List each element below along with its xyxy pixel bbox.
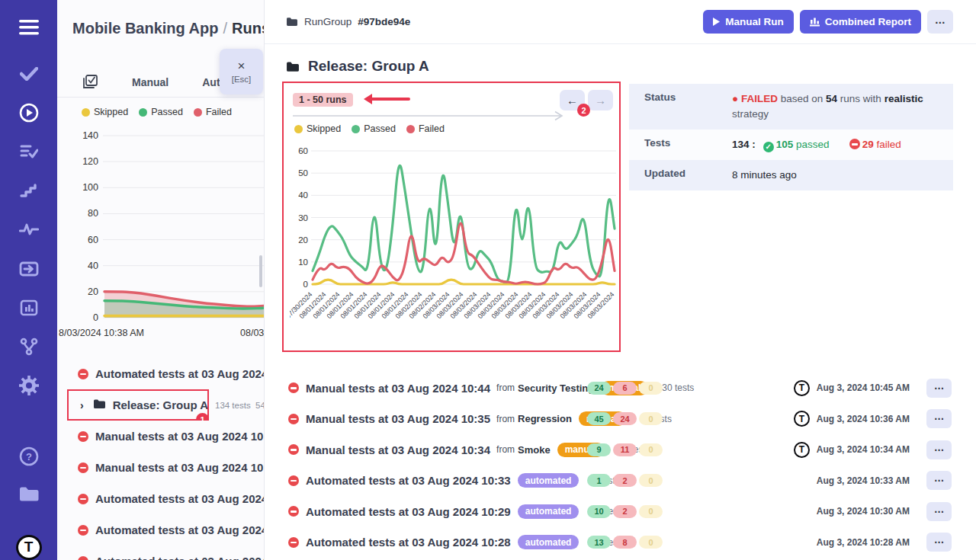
more-actions-button[interactable]: ⋯ [927, 10, 953, 34]
run-row[interactable]: Automated tests at 03 Aug 2024 10:33 aut… [265, 466, 976, 497]
run-list-item[interactable]: Manual tests at 03 Aug 2024 10:42 [57, 452, 265, 483]
chevron-right-icon[interactable]: › [80, 399, 84, 411]
steps-icon[interactable] [18, 181, 40, 201]
passed-dot-icon [352, 125, 360, 133]
tab-manual[interactable]: Manual [132, 76, 169, 88]
tests-value: 134 :✓105 passed29 failed [732, 137, 953, 152]
svg-text:20: 20 [298, 235, 308, 245]
run-row[interactable]: Manual tests at 03 Aug 2024 10:34 from S… [265, 434, 976, 466]
status-label: Status [644, 91, 732, 122]
failed-dot-icon [194, 108, 202, 117]
runs-range-arrow[interactable] [293, 110, 569, 121]
run-list-item[interactable]: Automated tests at 03 Aug 2024 [57, 546, 265, 560]
svg-text:10: 10 [298, 258, 308, 267]
svg-text:60: 60 [298, 146, 308, 155]
select-runs-icon[interactable] [82, 74, 98, 91]
x-tick-right: 08/03/2024 10:39 [240, 328, 265, 338]
run-title[interactable]: Manual tests at 03 Aug 2024 10:44 [306, 382, 490, 395]
suite-name[interactable]: Regression [518, 413, 572, 424]
failed-status-icon [78, 431, 88, 442]
breadcrumb: Mobile Banking App/Runs [72, 20, 265, 37]
rungroup-details: Status ● FAILED based on 54 runs with re… [629, 84, 953, 190]
passed-badge: 9 [587, 443, 611, 456]
row-more-button[interactable]: ⋯ [926, 502, 952, 521]
run-list-item[interactable]: Automated tests at 03 Aug 2024 10 [57, 483, 265, 514]
run-title: Release: Group A [113, 398, 208, 411]
svg-text:40: 40 [298, 190, 308, 200]
reports-icon[interactable] [18, 297, 40, 318]
gear-icon[interactable] [18, 375, 40, 395]
x-tick-left: 8/03/2024 10:38 AM [59, 328, 144, 338]
run-title: Automated tests at 03 Aug 2024 10 [95, 492, 265, 505]
play-circle-icon[interactable] [18, 102, 40, 123]
reporter-logo-icon: T [794, 411, 810, 427]
run-title[interactable]: Automated tests at 03 Aug 2024 10:28 [306, 536, 511, 549]
legend-passed-label: Passed [364, 123, 396, 134]
import-icon[interactable] [18, 258, 40, 279]
run-timestamp: Aug 3, 2024 10:36 AM [811, 414, 910, 424]
suite-name[interactable]: Smoke [518, 444, 551, 456]
combined-report-button[interactable]: Combined Report [800, 10, 921, 34]
run-title: Automated tests at 03 Aug 2024 10 [95, 367, 265, 380]
svg-text:0: 0 [303, 280, 308, 289]
help-icon[interactable]: ? [18, 446, 40, 467]
rungroup-id: #97bde94e [358, 16, 410, 27]
run-list-item[interactable]: Manual tests at 03 Aug 2024 10:43 [57, 421, 265, 452]
page-title: Runs [232, 20, 265, 37]
svg-text:50: 50 [298, 168, 308, 178]
run-row[interactable]: Manual tests at 03 Aug 2024 10:35 from R… [265, 404, 976, 435]
project-title[interactable]: Mobile Banking App [72, 20, 218, 37]
test-list-icon[interactable] [18, 141, 40, 162]
testomat-logo[interactable]: T [16, 535, 42, 560]
run-row[interactable]: Manual tests at 03 Aug 2024 10:44 from S… [265, 373, 976, 404]
scrollbar-thumb[interactable] [259, 255, 262, 287]
check-icon[interactable] [18, 63, 40, 84]
suite-name[interactable]: Security Testing [518, 382, 594, 394]
run-title[interactable]: Manual tests at 03 Aug 2024 10:35 [306, 412, 490, 425]
run-title[interactable]: Automated tests at 03 Aug 2024 10:29 [306, 505, 511, 518]
failed-dot-icon: ● [732, 93, 738, 104]
release-title-text: Release: Group A [308, 58, 429, 75]
run-timestamp: Aug 3, 2024 10:28 AM [811, 537, 910, 548]
failed-badge: 2 [613, 505, 637, 518]
folder-icon [286, 61, 300, 72]
updated-value: 8 minutes ago [732, 168, 953, 183]
row-more-button[interactable]: ⋯ [926, 471, 952, 490]
rungroup-breadcrumb: RunGroup #97bde94e [286, 16, 410, 27]
run-list-item[interactable]: Automated tests at 03 Aug 2024 10 [57, 358, 265, 389]
runs-side-panel: Mobile Banking App/Runs Manual Automated… [57, 0, 265, 560]
run-title: Automated tests at 03 Aug 2024 [95, 555, 265, 560]
projects-folder-icon[interactable] [18, 484, 40, 504]
pulse-icon[interactable] [18, 219, 40, 240]
run-list-item[interactable]: › Release: Group A 134 tests 54 r 1 [57, 389, 265, 421]
svg-text:60: 60 [88, 235, 98, 245]
svg-text:40: 40 [88, 261, 98, 271]
run-row[interactable]: Automated tests at 03 Aug 2024 10:29 aut… [265, 496, 976, 527]
run-list-item[interactable]: Automated tests at 03 Aug 2024 10 [57, 514, 265, 546]
legend-failed-label: Failed [206, 107, 232, 117]
runs-history-mini-chart: 140120100806040200 [57, 120, 265, 326]
failed-status-icon [78, 462, 88, 473]
menu-icon[interactable] [18, 17, 40, 37]
run-row[interactable]: Automated tests at 03 Aug 2024 10:28 aut… [265, 527, 976, 558]
row-more-button[interactable]: ⋯ [926, 440, 952, 459]
failed-badge: 8 [613, 536, 637, 549]
annotation-arrow-icon [361, 92, 410, 106]
branches-icon[interactable] [18, 336, 40, 357]
status-row: Status ● FAILED based on 54 runs with re… [629, 84, 953, 130]
svg-text:0: 0 [93, 312, 98, 323]
prev-page-button[interactable]: ←2 [560, 90, 585, 110]
topbar-actions: Manual Run Combined Report ⋯ [703, 10, 953, 34]
failed-badge: 2 [613, 474, 637, 487]
row-more-button[interactable]: ⋯ [926, 379, 952, 398]
run-title[interactable]: Manual tests at 03 Aug 2024 10:34 [306, 443, 490, 456]
next-page-button[interactable]: → [588, 90, 613, 110]
row-more-button[interactable]: ⋯ [926, 533, 952, 552]
skipped-badge: 0 [639, 505, 663, 518]
manual-run-button[interactable]: Manual Run [703, 10, 794, 34]
run-title[interactable]: Automated tests at 03 Aug 2024 10:33 [306, 474, 511, 487]
row-more-button[interactable]: ⋯ [926, 409, 952, 428]
passed-badge: 1 [587, 474, 611, 487]
close-icon[interactable]: × [238, 59, 246, 72]
bar-chart-icon [810, 18, 820, 27]
